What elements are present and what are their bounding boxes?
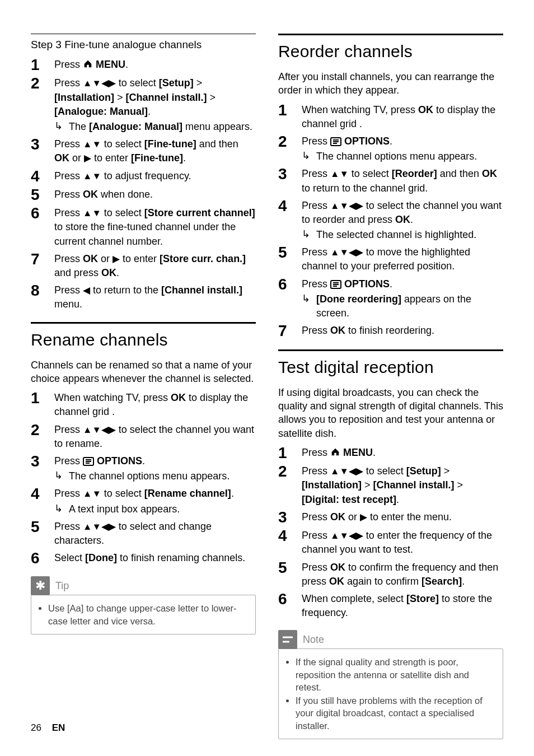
up-down-icon: ▲▼ xyxy=(83,488,101,499)
text: . xyxy=(396,494,399,505)
text: MENU xyxy=(340,447,373,458)
text: OPTIONS xyxy=(94,455,142,466)
text: [Installation] xyxy=(54,92,114,103)
tip-label: Tip xyxy=(55,580,69,592)
text: Use xyxy=(48,603,67,613)
result-arrow-icon: ↳ xyxy=(54,469,69,482)
text: Press xyxy=(54,488,83,499)
text: Press xyxy=(54,455,83,466)
text: to enter xyxy=(91,152,131,164)
page-lang: EN xyxy=(52,722,65,733)
note-bullet: If you still have problems with the rece… xyxy=(296,694,496,732)
options-icon xyxy=(83,457,94,466)
text: OPTIONS xyxy=(341,278,390,290)
step-number: 3 xyxy=(31,136,54,152)
text: . xyxy=(183,152,186,164)
page-footer: 26 EN xyxy=(31,722,65,734)
text: and then xyxy=(196,138,238,150)
text: OK xyxy=(54,152,69,164)
text: OPTIONS xyxy=(341,136,390,147)
text: OK xyxy=(418,104,433,115)
text: > xyxy=(207,92,216,103)
right-icon: ▶ xyxy=(360,512,367,522)
up-down-icon: ▲▼ xyxy=(330,169,349,179)
result-arrow-icon: ↳ xyxy=(302,228,316,241)
result-arrow-icon: ↳ xyxy=(302,292,316,305)
text: Press xyxy=(302,511,330,522)
text: Select xyxy=(54,552,85,563)
text: or xyxy=(69,152,84,164)
text: . xyxy=(462,576,465,587)
text: When watching TV, press xyxy=(302,104,418,115)
text: [Fine-tune] xyxy=(131,152,183,164)
nav-arrows-icon: ▲▼◀▶ xyxy=(83,424,116,435)
text: [Analogue: Manual] xyxy=(54,106,148,117)
nav-arrows-icon: ▲▼◀▶ xyxy=(330,247,363,258)
text: [Digital: test recept] xyxy=(302,494,396,505)
step-number: 5 xyxy=(278,559,302,576)
text: OK xyxy=(171,392,186,403)
text: Press xyxy=(302,447,330,458)
left-icon: ◀ xyxy=(83,285,90,296)
right-column: Reorder channels After you install chann… xyxy=(278,34,503,739)
up-down-icon: ▲▼ xyxy=(83,208,101,218)
text: [Channel install.] xyxy=(373,479,455,491)
nav-arrows-icon: ▲▼◀▶ xyxy=(330,200,363,211)
text: [Channel install.] xyxy=(161,284,242,296)
text: OK xyxy=(329,576,344,587)
text: Press xyxy=(302,200,330,211)
step-number: 3 xyxy=(278,509,302,525)
text: [Search] xyxy=(421,576,462,587)
home-icon xyxy=(83,59,93,69)
text: [Channel install.] xyxy=(126,92,207,103)
menu-label: MENU xyxy=(93,59,125,70)
text: [Installation] xyxy=(302,479,362,491)
text: and press xyxy=(54,267,101,278)
step-number: 4 xyxy=(31,168,54,184)
home-icon xyxy=(330,447,340,457)
step-number: 4 xyxy=(278,198,302,214)
tip-box: ✱ Tip Use [Aa] to change upper-case lett… xyxy=(31,576,256,634)
text: > xyxy=(194,77,203,88)
text: > xyxy=(114,92,126,103)
text: Press xyxy=(302,278,330,290)
text: Press xyxy=(54,521,83,532)
right-icon: ▶ xyxy=(113,254,120,264)
steps-test: 1 Press MENU. 2 Press ▲▼◀▶ to select [Se… xyxy=(278,445,503,620)
text: to store the fine-tuned channel under th… xyxy=(54,221,236,246)
text: Press xyxy=(302,465,330,477)
page-number: 26 xyxy=(31,722,41,733)
tip-icon: ✱ xyxy=(31,576,50,595)
step-number: 6 xyxy=(31,550,54,566)
nav-arrows-icon: ▲▼◀▶ xyxy=(83,521,116,532)
text: [Store curr. chan.] xyxy=(160,253,246,264)
text: [Rename channel] xyxy=(144,488,231,499)
reorder-intro: After you install channels, you can rear… xyxy=(278,70,503,97)
step-number: 2 xyxy=(31,75,54,91)
step-number: 7 xyxy=(31,251,54,267)
text: to select xyxy=(101,138,144,150)
text: Press xyxy=(54,138,83,150)
text: to select xyxy=(101,488,144,499)
step-number: 3 xyxy=(31,453,54,469)
result-arrow-icon: ↳ xyxy=(54,502,69,515)
text: to finish reordering. xyxy=(345,325,434,336)
heading-reorder: Reorder channels xyxy=(278,34,503,61)
step-number: 6 xyxy=(31,205,54,221)
options-icon xyxy=(330,137,341,146)
text: [Done] xyxy=(85,552,117,563)
text: [Aa] xyxy=(67,603,83,613)
text: when done. xyxy=(98,189,153,200)
text: to return to the channel grid. xyxy=(302,183,428,194)
text: [Fine-tune] xyxy=(144,138,196,150)
text: Press xyxy=(302,246,330,258)
text: or xyxy=(98,253,113,264)
subheading-finetune: Step 3 Fine-tune analogue channels xyxy=(31,34,256,51)
text: Press xyxy=(302,136,330,147)
steps-rename: 1 When watching TV, press OK to display … xyxy=(31,390,256,566)
text: and then xyxy=(437,168,482,179)
text: again to confirm xyxy=(344,576,421,587)
text: [Store current channel] xyxy=(144,207,255,218)
step-number: 6 xyxy=(278,591,302,607)
step-number: 8 xyxy=(31,282,54,298)
